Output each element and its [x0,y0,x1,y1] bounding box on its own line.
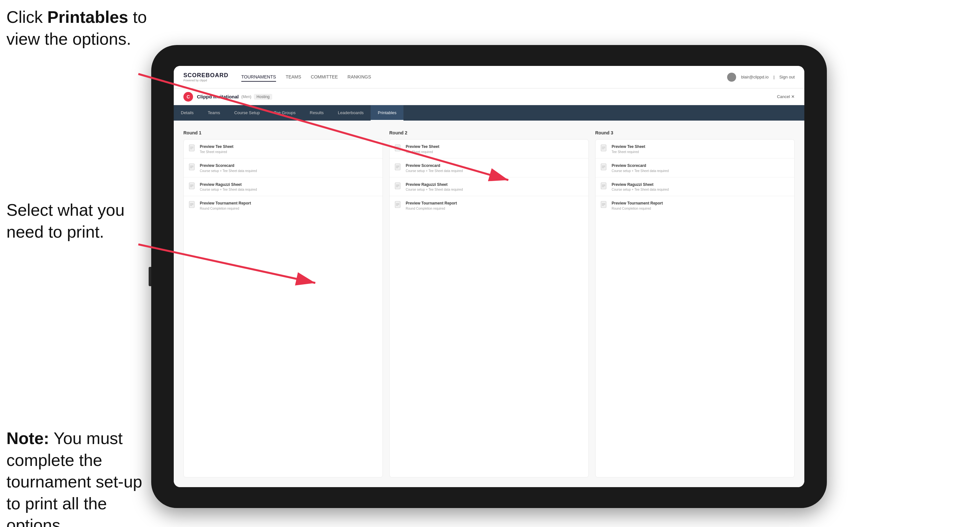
round2-raguzzi-title: Preview Raguzzi Sheet [406,182,463,187]
sub-tabs: Details Teams Course Setup Tee Groups Re… [174,105,804,121]
round-3-column: Round 3 Preview Tee Sheet Tee Sheet requ… [595,130,795,478]
sign-out-link[interactable]: Sign out [779,75,795,79]
logo-area: SCOREBOARD Powered by clippd [183,72,228,82]
round2-tee-sheet[interactable]: Preview Tee Sheet Tee Sheet required [390,140,589,159]
user-avatar [727,73,736,82]
doc-icon [601,182,608,190]
round1-report-text: Preview Tournament Report Round Completi… [200,201,251,210]
annotation-bot: Note: You must complete the tournament s… [6,428,145,527]
sign-out-separator: | [773,75,775,79]
logo-subtitle: Powered by clippd [183,79,228,82]
nav-teams[interactable]: TEAMS [286,73,301,82]
round3-raguzzi-title: Preview Raguzzi Sheet [612,182,668,187]
round-2-title: Round 2 [389,130,589,135]
round3-scorecard-text: Preview Scorecard Course setup + Tee She… [612,163,668,173]
tablet-side-button [149,267,151,286]
doc-icon [189,182,196,190]
round-2-card: Preview Tee Sheet Tee Sheet required P [389,139,589,478]
annotation-top: Click Printables toview the options. [6,6,147,50]
round-3-title: Round 3 [595,130,795,135]
round1-report-title: Preview Tournament Report [200,201,251,206]
tab-details[interactable]: Details [174,105,201,121]
round3-scorecard-title: Preview Scorecard [612,163,668,168]
round2-raguzzi-text: Preview Raguzzi Sheet Course setup + Tee… [406,182,463,192]
doc-icon [189,201,196,210]
logo-title: SCOREBOARD [183,72,228,79]
round1-report-sub: Round Completion required [200,207,251,210]
round2-tee-sheet-sub: Tee Sheet required [406,150,439,154]
round2-report-sub: Round Completion required [406,207,457,210]
round3-scorecard[interactable]: Preview Scorecard Course setup + Tee She… [595,159,794,178]
round3-tee-sheet-title: Preview Tee Sheet [612,144,645,149]
round2-report-title: Preview Tournament Report [406,201,457,206]
tab-printables[interactable]: Printables [371,105,404,121]
round3-tee-sheet-text: Preview Tee Sheet Tee Sheet required [612,144,645,154]
round-1-column: Round 1 Preview Tee Sheet Tee Sheet requ… [183,130,383,478]
round1-raguzzi-text: Preview Raguzzi Sheet Course setup + Tee… [200,182,257,192]
annotation-bold: Printables [47,8,128,26]
round3-report-sub: Round Completion required [612,207,663,210]
round2-tournament-report[interactable]: Preview Tournament Report Round Completi… [390,196,589,215]
round1-tournament-report[interactable]: Preview Tournament Report Round Completi… [184,196,383,215]
round2-raguzzi-sub: Course setup + Tee Sheet data required [406,188,463,191]
nav-right: blair@clippd.io | Sign out [727,73,795,82]
round3-tee-sheet[interactable]: Preview Tee Sheet Tee Sheet required [595,140,794,159]
round2-scorecard-sub: Course setup + Tee Sheet data required [406,169,463,173]
round1-tee-sheet-sub: Tee Sheet required [200,150,234,154]
tournament-name: Clippd Invitational [197,94,239,99]
tournament-status: Hosting [254,94,272,100]
round1-raguzzi-title: Preview Raguzzi Sheet [200,182,257,187]
round2-report-text: Preview Tournament Report Round Completi… [406,201,457,210]
tab-results[interactable]: Results [303,105,331,121]
round1-scorecard-text: Preview Scorecard Course setup + Tee She… [200,163,257,173]
round2-scorecard[interactable]: Preview Scorecard Course setup + Tee She… [390,159,589,178]
round3-raguzzi-sub: Course setup + Tee Sheet data required [612,188,668,191]
tournament-type: (Men) [241,95,251,99]
round3-raguzzi-text: Preview Raguzzi Sheet Course setup + Tee… [612,182,668,192]
doc-icon [189,163,196,172]
cancel-button[interactable]: Cancel ✕ [777,94,795,99]
nav-tournaments[interactable]: TOURNAMENTS [241,73,276,82]
round1-tee-sheet-title: Preview Tee Sheet [200,144,234,149]
user-email: blair@clippd.io [741,75,768,79]
round2-tee-sheet-text: Preview Tee Sheet Tee Sheet required [406,144,439,154]
round1-scorecard[interactable]: Preview Scorecard Course setup + Tee She… [184,159,383,178]
tab-tee-groups[interactable]: Tee Groups [267,105,303,121]
nav-rankings[interactable]: RANKINGS [347,73,371,82]
round1-scorecard-sub: Course setup + Tee Sheet data required [200,169,257,173]
tablet-frame: SCOREBOARD Powered by clippd TOURNAMENTS… [151,45,827,508]
annotation-mid: Select what youneed to print. [6,199,124,243]
doc-icon [601,201,608,210]
nav-committee[interactable]: COMMITTEE [311,73,338,82]
round3-report-title: Preview Tournament Report [612,201,663,206]
round3-tee-sheet-sub: Tee Sheet required [612,150,645,154]
doc-icon [395,201,402,210]
round-3-card: Preview Tee Sheet Tee Sheet required P [595,139,795,478]
round2-scorecard-title: Preview Scorecard [406,163,463,168]
tab-leaderboards[interactable]: Leaderboards [331,105,371,121]
main-content: Round 1 Preview Tee Sheet Tee Sheet requ… [174,121,804,487]
round-2-column: Round 2 Preview Tee Sheet Tee Sheet requ… [389,130,589,478]
round2-raguzzi[interactable]: Preview Raguzzi Sheet Course setup + Tee… [390,178,589,197]
tab-teams[interactable]: Teams [201,105,227,121]
round2-tee-sheet-title: Preview Tee Sheet [406,144,439,149]
round3-tournament-report[interactable]: Preview Tournament Report Round Completi… [595,196,794,215]
doc-icon [189,144,196,153]
doc-icon [395,163,402,172]
doc-icon [601,163,608,172]
round1-raguzzi[interactable]: Preview Raguzzi Sheet Course setup + Tee… [184,178,383,197]
round1-tee-sheet[interactable]: Preview Tee Sheet Tee Sheet required [184,140,383,159]
tab-course-setup[interactable]: Course Setup [227,105,267,121]
round1-scorecard-title: Preview Scorecard [200,163,257,168]
round3-raguzzi[interactable]: Preview Raguzzi Sheet Course setup + Tee… [595,178,794,197]
round-1-card: Preview Tee Sheet Tee Sheet required P [183,139,383,478]
doc-icon [601,144,608,153]
round3-report-text: Preview Tournament Report Round Completi… [612,201,663,210]
tournament-header: C Clippd Invitational (Men) Hosting Canc… [174,89,804,105]
round2-scorecard-text: Preview Scorecard Course setup + Tee She… [406,163,463,173]
top-navigation: SCOREBOARD Powered by clippd TOURNAMENTS… [174,66,804,89]
annotation-note-bold: Note: [6,429,49,448]
round1-tee-sheet-text: Preview Tee Sheet Tee Sheet required [200,144,234,154]
tablet-screen: SCOREBOARD Powered by clippd TOURNAMENTS… [174,66,804,487]
round1-raguzzi-sub: Course setup + Tee Sheet data required [200,188,257,191]
